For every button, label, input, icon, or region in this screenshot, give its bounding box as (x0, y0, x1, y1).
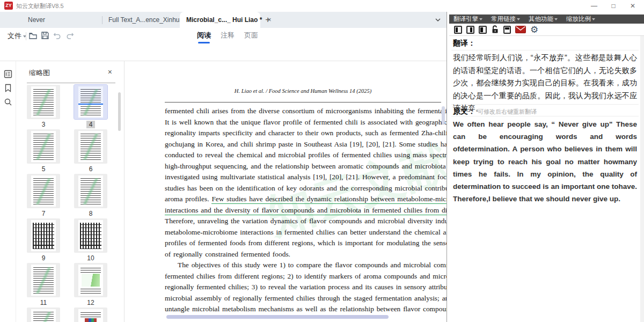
layout-left-icon[interactable] (454, 26, 462, 34)
thumbnail-page-number: 12 (84, 299, 97, 306)
pdf-line: Therefore, unraveling the variation dyna… (165, 216, 447, 227)
close-button[interactable]: ✕ (624, 0, 642, 12)
view-tab-active[interactable]: 阅读 (196, 30, 211, 43)
tab-label: Microbial_c..._ Hui Liao * (186, 16, 262, 24)
tab-label: Full Text_A...ence_Xinhua (108, 16, 183, 24)
horizontal-scrollbar[interactable] (166, 315, 389, 319)
thumbnail-page-3[interactable]: 3 (26, 85, 61, 129)
thumbnail-page-number: 5 (39, 165, 48, 173)
translation-menu-bar: 翻译引擎常用链接其他功能缩放比例 (449, 14, 644, 24)
thumbnails-scrollbar[interactable] (118, 92, 121, 131)
divider (451, 104, 639, 105)
tab-overflow-chevron-down-icon[interactable] (435, 17, 441, 23)
pdf-line: investigated using multivariate statisti… (165, 172, 447, 183)
email-icon[interactable] (515, 26, 526, 33)
translation-icon-row: ⚙ (449, 24, 644, 36)
divider (27, 83, 115, 83)
open-folder-icon[interactable] (28, 31, 38, 41)
translation-panel: 翻译引擎常用链接其他功能缩放比例 ⚙ 翻译： 我们经常听到人们说，“永不放弃”。… (447, 12, 644, 322)
thumbnail-page-11[interactable]: 11 (26, 263, 61, 308)
view-tab-inactive[interactable]: 注释 (220, 30, 235, 43)
tab-label: Never (28, 16, 45, 24)
thumbnail-grid: 34567891011121314 (26, 85, 108, 322)
header-rule (165, 102, 441, 103)
undo-icon[interactable] (53, 32, 63, 41)
thumbnail-page-10[interactable]: 10 (73, 218, 108, 263)
pdf-viewer: 知云文献 H. Liao et al. / Food Science and H… (125, 61, 447, 322)
layout-right-icon[interactable] (479, 26, 487, 34)
visible-region-indicator (78, 86, 103, 105)
thumbnail-page-number: 6 (86, 165, 96, 173)
maximize-button[interactable]: □ (604, 0, 623, 12)
translated-text[interactable]: 我们经常听到人们说，“永不放弃”。这些都是鼓舞人心的话语和坚定的话语。一个相信它… (453, 52, 637, 115)
pdf-line: microbial assembly of regionally ferment… (165, 293, 447, 304)
vertical-scrollbar[interactable] (442, 106, 445, 125)
thumbnails-close-icon[interactable]: × (108, 68, 112, 76)
title-bar: ZY 知云文献翻译V8.5 — □ ✕ (0, 0, 644, 12)
pdf-line: high-throughput sequencing, and the rela… (165, 161, 447, 172)
unlock-icon[interactable] (491, 25, 499, 34)
running-head: H. Liao et al. / Food Science and Human … (165, 88, 441, 94)
thumbnail-page-14[interactable]: 14 (73, 308, 108, 322)
document-tab[interactable]: Microbial_c..._ Hui Liao *× (180, 12, 260, 28)
thumbnail-page-number: 11 (38, 299, 49, 306)
highlighted-sentence: Few studies have described the dynamic r… (211, 195, 447, 204)
thumbnail-page-6[interactable]: 6 (73, 129, 108, 174)
thumbnail-page-12[interactable]: 12 (73, 263, 108, 308)
thumbnail-page-number: 7 (39, 210, 48, 217)
original-text[interactable]: We often hear people say, “ Never give u… (453, 118, 637, 205)
pdf-line: The objectives of this study were 1) to … (165, 260, 447, 271)
toolbar: 文件 阅读注释页面 100% 4 / 26 (0, 28, 447, 61)
pdf-line: aroma profiles. Few studies have describ… (165, 194, 447, 205)
layout-middle-icon[interactable] (466, 26, 474, 34)
pdf-line: fermented chilies from different regions… (165, 271, 447, 282)
thumbnail-page-13[interactable]: 13 (26, 308, 61, 322)
thumbnail-page-7[interactable]: 7 (26, 174, 61, 218)
search-icon[interactable] (4, 98, 12, 106)
tab-separator (102, 16, 103, 24)
redo-icon[interactable] (65, 32, 75, 41)
pdf-line: gochujang in Korea, and chili shrimp pas… (165, 139, 447, 150)
settings-gear-icon[interactable]: ⚙ (530, 25, 538, 34)
menu-item[interactable]: 常用链接 (487, 15, 524, 23)
thumbnail-page-number: 10 (84, 254, 97, 262)
app-logo-icon: ZY (4, 2, 13, 10)
pdf-line: conducted to reveal the chemical and mic… (165, 150, 447, 161)
document-tab[interactable]: Full Text_A...ence_Xinhua (102, 12, 180, 28)
file-menu[interactable]: 文件 (8, 31, 26, 41)
translation-content: 翻译： 我们经常听到人们说，“永不放弃”。这些都是鼓舞人心的话语和坚定的话语。一… (447, 36, 644, 322)
view-tab-inactive[interactable]: 页面 (244, 30, 259, 43)
bookmark-icon[interactable] (4, 84, 12, 92)
pdf-line: of regionally constrained fermented food… (165, 249, 447, 260)
pdf-line: regionally fermented chilies; 3) to reve… (165, 282, 447, 293)
thumbnail-page-number: 9 (39, 254, 48, 262)
layout-horizontal-icon[interactable] (503, 26, 511, 34)
original-hint: 可修改后右键重新翻译 (478, 108, 537, 115)
minimize-button[interactable]: — (585, 0, 603, 12)
save-icon[interactable] (41, 31, 50, 41)
original-section-label: 原文： (453, 107, 475, 115)
original-section-row: 原文：可修改后右键重新翻译 (453, 106, 537, 116)
new-tab-button[interactable]: + (262, 14, 274, 26)
thumbnail-page-8[interactable]: 8 (73, 174, 108, 218)
panel-scrollbar-track[interactable] (640, 36, 644, 322)
view-tabs: 阅读注释页面 (196, 30, 259, 43)
pdf-line: interactions and the diversity of flavor… (165, 205, 447, 216)
thumbnails-panel-icon[interactable] (4, 70, 12, 78)
thumbnail-page-5[interactable]: 5 (26, 129, 61, 174)
chevron-down-icon (517, 18, 520, 20)
menu-item[interactable]: 翻译引擎 (449, 15, 487, 23)
app-title: 知云文献翻译V8.5 (16, 2, 64, 10)
translation-section-label: 翻译： (453, 39, 475, 48)
chevron-down-icon (592, 18, 595, 20)
pdf-line: fermented chili arises from the diverse … (165, 106, 447, 117)
left-icon-strip (0, 61, 16, 322)
thumbnail-page-9[interactable]: 9 (26, 218, 61, 263)
thumbnails-panel-title: 缩略图 (29, 68, 50, 78)
document-tab[interactable]: Never (21, 12, 102, 28)
thumbnail-page-4[interactable]: 4 (73, 85, 108, 129)
pdf-line: regionality imparts specificity and char… (165, 128, 447, 139)
menu-item[interactable]: 其他功能 (524, 15, 562, 23)
menu-item[interactable]: 缩放比例 (562, 15, 599, 23)
thumbnail-page-number: 3 (39, 121, 48, 128)
